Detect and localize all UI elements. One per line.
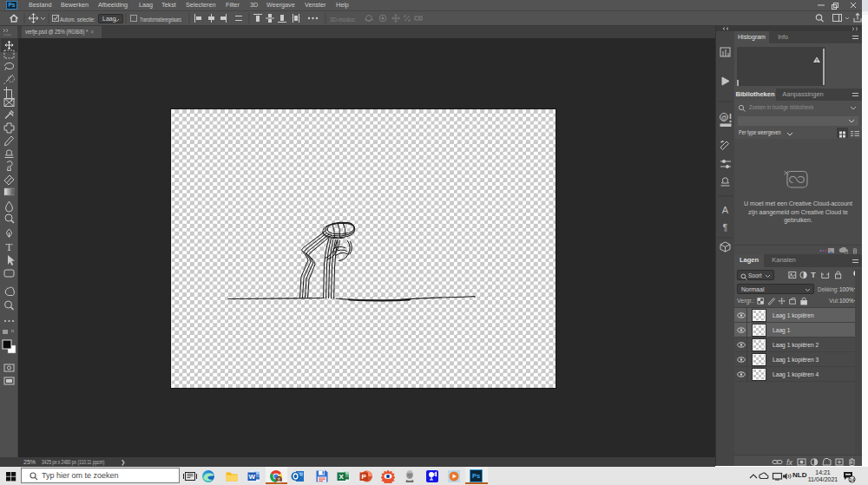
svg-text:¶: ¶ [723, 223, 727, 233]
svg-text:W: W [248, 473, 255, 481]
svg-text:T: T [811, 271, 816, 279]
svg-text:fx: fx [786, 458, 793, 466]
svg-text:A: A [722, 205, 729, 215]
svg-text:X: X [339, 473, 345, 481]
svg-text:P: P [362, 473, 367, 481]
svg-text:14: 14 [849, 477, 855, 482]
svg-text:@: @ [720, 115, 727, 121]
svg-text:T: T [6, 240, 13, 253]
